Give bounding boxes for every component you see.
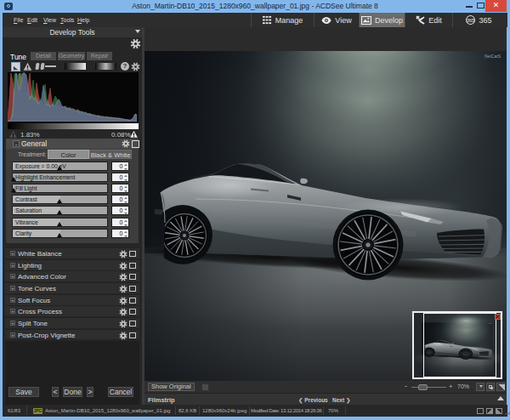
svg-text:NetCarS: NetCarS — [484, 54, 502, 59]
svg-text:365: 365 — [467, 18, 474, 23]
